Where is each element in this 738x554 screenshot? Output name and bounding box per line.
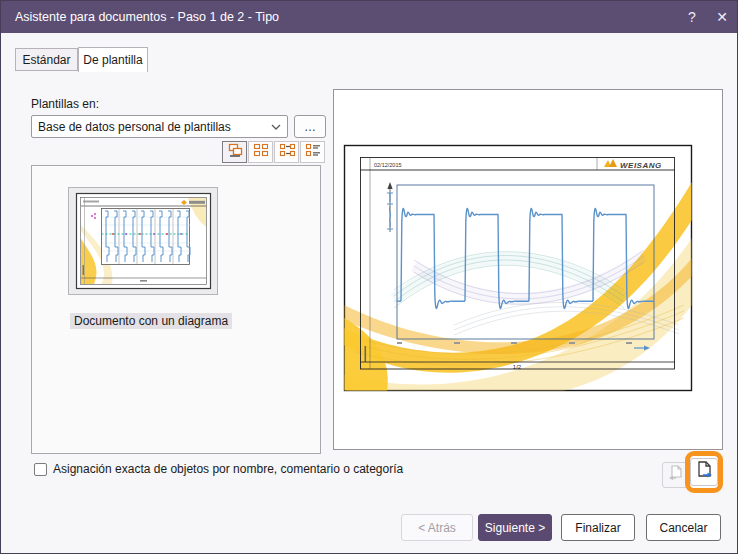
details-view-icon: [305, 143, 321, 161]
document-wizard-dialog: Asistente para documentos - Paso 1 de 2 …: [0, 0, 738, 554]
exact-match-label: Asignación exacta de objetos por nombre,…: [53, 462, 403, 476]
close-button[interactable]: ✕: [707, 1, 737, 33]
view-details-button[interactable]: [300, 141, 325, 163]
next-button[interactable]: Siguiente >: [478, 514, 552, 541]
title-bar: Asistente para documentos - Paso 1 de 2 …: [1, 1, 737, 33]
large-icons-icon: [227, 143, 243, 161]
chevron-down-icon: [265, 124, 287, 130]
template-database-value: Base de datos personal de plantillas: [32, 120, 265, 134]
export-template-button[interactable]: [690, 458, 718, 486]
back-button[interactable]: < Atrás: [401, 514, 473, 541]
document-export-icon: [694, 460, 714, 484]
exact-match-checkbox[interactable]: [34, 463, 47, 476]
template-database-dropdown[interactable]: Base de datos personal de plantillas: [31, 115, 288, 138]
svg-text:WEISANG: WEISANG: [620, 161, 662, 170]
view-mode-toolbar: [222, 141, 325, 163]
tab-estandar[interactable]: Estándar: [15, 48, 78, 71]
preview-date: 02/12/2015: [374, 162, 402, 168]
template-preview-panel: 02/12/2015 WEISANG 1/2: [333, 89, 723, 450]
view-large-icons-button[interactable]: [222, 141, 247, 163]
window-title: Asistente para documentos - Paso 1 de 2 …: [1, 10, 677, 24]
template-thumbnail[interactable]: [68, 187, 218, 295]
view-small-icons-button[interactable]: [248, 141, 273, 163]
list-view-icon: [279, 143, 295, 161]
preview-page-number: 1/2: [513, 364, 522, 370]
preview-page: 02/12/2015 WEISANG 1/2: [334, 90, 722, 449]
template-list[interactable]: Documento con un diagrama: [31, 165, 321, 454]
browse-database-button[interactable]: …: [294, 115, 326, 138]
help-button[interactable]: ?: [677, 1, 707, 33]
document-import-icon: [667, 464, 685, 486]
cancel-button[interactable]: Cancelar: [646, 514, 721, 541]
finish-button[interactable]: Finalizar: [561, 514, 635, 541]
tab-de-plantilla[interactable]: De plantilla: [78, 47, 148, 72]
template-caption[interactable]: Documento con un diagrama: [70, 313, 232, 329]
highlight-annotation: [685, 451, 723, 493]
templates-location-label: Plantillas en:: [31, 97, 99, 111]
small-icons-icon: [253, 143, 269, 161]
view-list-button[interactable]: [274, 141, 299, 163]
